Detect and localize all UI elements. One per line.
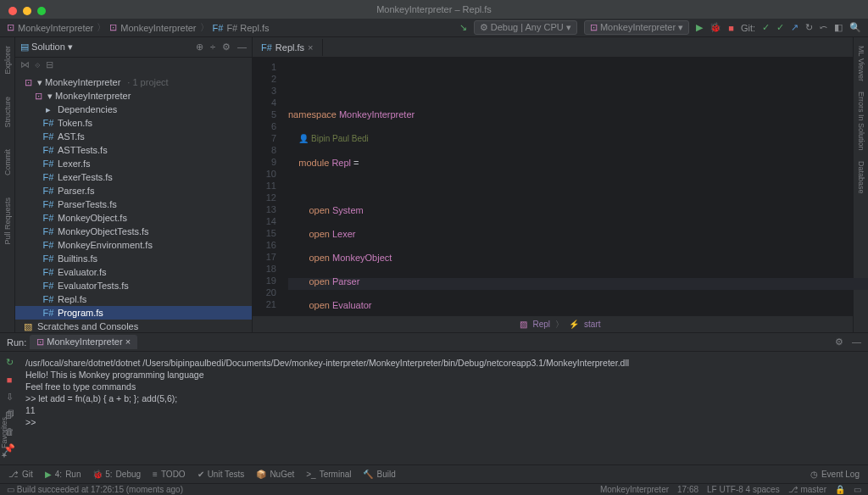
bt-terminal[interactable]: >_ Terminal	[306, 470, 351, 479]
sidebar-title: Solution	[31, 42, 65, 52]
run-target[interactable]: ⊡ MonkeyInterpreter ▾	[584, 20, 689, 35]
gear-icon[interactable]: ⚙	[222, 42, 231, 53]
bt-todo[interactable]: ≡ TODO	[153, 470, 186, 479]
tree-item[interactable]: F#AST.fs	[15, 130, 252, 143]
tree-filter-icon[interactable]: ⟐	[35, 59, 41, 70]
rail-explorer[interactable]: Explorer	[3, 41, 12, 80]
tree-item[interactable]: F#Parser.fs	[15, 184, 252, 197]
rail-commit[interactable]: Commit	[3, 144, 12, 181]
tree-item[interactable]: F#ParserTests.fs	[15, 197, 252, 211]
tree-toggle-icon[interactable]: ⋈	[20, 59, 30, 70]
tree-item[interactable]: F#LexerTests.fs	[15, 170, 252, 184]
search-icon[interactable]: 🔍	[849, 22, 861, 33]
rerun-icon[interactable]: ↻	[6, 357, 14, 368]
git-label: Git:	[741, 23, 755, 33]
git-push-icon[interactable]: ↗	[791, 22, 798, 33]
close-icon[interactable]: ×	[308, 42, 313, 53]
target-icon[interactable]: ⊕	[196, 42, 203, 53]
status-bar: ▭ Build succeeded at 17:26:15 (moments a…	[0, 483, 868, 495]
status-branch[interactable]: ⎇ master	[788, 485, 826, 494]
bt-nuget[interactable]: 📦 NuGet	[256, 470, 294, 479]
breadcrumb[interactable]: ⊡ MonkeyInterpreter〉 ⊡ MonkeyInterpreter…	[7, 21, 270, 34]
window-title: MonkeyInterpreter – Repl.fs	[376, 4, 492, 14]
rail-pull-requests[interactable]: Pull Requests	[3, 192, 12, 250]
solution-explorer: ▤ Solution ▾ ⊕ ÷ ⚙ — ⋈ ⟐ ⊟ ⊡▾ MonkeyInte…	[15, 37, 253, 332]
run-icon[interactable]: ▶	[696, 22, 703, 33]
git-history-icon[interactable]: ↻	[805, 22, 813, 33]
tree-item[interactable]: F#Lexer.fs	[15, 157, 252, 170]
tree-item[interactable]: F#Evaluator.fs	[15, 265, 252, 279]
bottom-tool-bar: ⎇ Git ▶ 4: Run 🐞 5: Debug ≡ TODO ✔ Unit …	[0, 464, 868, 483]
down-icon[interactable]: ⇩	[6, 392, 14, 403]
tree-item[interactable]: ▧Scratches and Consoles	[15, 320, 252, 332]
run-config[interactable]: ⚙ Debug | Any CPU ▾	[474, 20, 577, 35]
line-gutter: 123456789101112131415161718192021	[253, 58, 281, 315]
title-bar: MonkeyInterpreter – Repl.fs	[0, 0, 868, 19]
status-project[interactable]: MonkeyInterpreter	[600, 485, 669, 494]
editor-nav-crumb[interactable]: ▨Repl 〉 ⚡start	[253, 315, 868, 332]
tree-item[interactable]: F#Repl.fs	[15, 292, 252, 306]
status-cpu-icon[interactable]: ▭	[854, 485, 861, 494]
tree-item[interactable]: F#MonkeyEnvironment.fs	[15, 238, 252, 252]
console-output[interactable]: /usr/local/share/dotnet/dotnet /Users/bi…	[19, 352, 868, 452]
tree-item[interactable]: ⊡▾ MonkeyInterpreter· 1 project	[15, 75, 252, 89]
rail-ml-viewer[interactable]: ML Viewer	[857, 41, 865, 86]
tree-item[interactable]: F#ASTTests.fs	[15, 143, 252, 157]
hide-icon[interactable]: —	[852, 336, 861, 348]
bt-unit-tests[interactable]: ✔ Unit Tests	[198, 470, 245, 479]
gear-icon[interactable]: ⚙	[835, 336, 843, 348]
bt-build[interactable]: 🔨 Build	[363, 470, 395, 479]
collapse-icon[interactable]: ÷	[210, 42, 215, 53]
git-commit-icon[interactable]: ✓	[776, 22, 784, 33]
tree-sort-icon[interactable]: ⊟	[46, 59, 53, 70]
status-time: 17:68	[677, 485, 698, 494]
hide-icon[interactable]: —	[237, 42, 247, 53]
editor: F# Repl.fs × 123456789101112131415161718…	[253, 37, 868, 332]
debug-icon[interactable]: 🐞	[709, 22, 721, 33]
editor-tab[interactable]: F# Repl.fs ×	[253, 39, 323, 56]
configure-icon[interactable]: ◧	[834, 22, 843, 33]
tree-item[interactable]: F#MonkeyObject.fs	[15, 211, 252, 225]
build-status: ▭ Build succeeded at 17:26:15 (moments a…	[7, 485, 183, 494]
bt-run[interactable]: ▶ 4: Run	[45, 470, 81, 479]
run-panel: Run: ⊡ MonkeyInterpreter × ⚙ — ↻ ■ ⇩ 🗐 🗑…	[0, 332, 868, 454]
status-encoding[interactable]: LF UTF-8 4 spaces	[707, 485, 780, 494]
git-pull-icon[interactable]: ✓	[762, 22, 770, 33]
nav-bar: ⊡ MonkeyInterpreter〉 ⊡ MonkeyInterpreter…	[0, 19, 868, 37]
rail-structure[interactable]: Structure	[3, 92, 12, 133]
git-revert-icon[interactable]: ⤺	[820, 22, 827, 33]
window-controls[interactable]	[8, 7, 46, 15]
event-log[interactable]: ◷ Event Log	[810, 470, 860, 479]
status-lock-icon[interactable]: 🔒	[835, 485, 845, 494]
tree-item[interactable]: ▸ Dependencies	[15, 103, 252, 116]
tree-item[interactable]: F#EvaluatorTests.fs	[15, 279, 252, 292]
tree-item[interactable]: F#Program.fs	[15, 306, 252, 320]
file-tree[interactable]: ⊡▾ MonkeyInterpreter· 1 project⊡▾ Monkey…	[15, 72, 252, 332]
stop-icon[interactable]: ■	[728, 23, 734, 33]
tree-item[interactable]: F#Token.fs	[15, 116, 252, 130]
run-tab[interactable]: ⊡ MonkeyInterpreter ×	[30, 335, 137, 349]
rail-errors[interactable]: Errors In Solution	[857, 86, 865, 156]
bt-debug[interactable]: 🐞 5: Debug	[92, 470, 141, 479]
tree-item[interactable]: ⊡▾ MonkeyInterpreter	[15, 89, 252, 103]
bt-git[interactable]: ⎇ Git	[8, 470, 33, 479]
stop-icon[interactable]: ■	[7, 375, 13, 385]
code-area[interactable]: namespace MonkeyInterpreter 👤 Bipin Paul…	[281, 58, 868, 315]
rail-favorites[interactable]: ★ Favorites	[0, 412, 8, 464]
hammer-icon[interactable]: ↘	[459, 22, 467, 33]
tree-item[interactable]: F#Builtins.fs	[15, 252, 252, 265]
tree-item[interactable]: F#MonkeyObjectTests.fs	[15, 225, 252, 238]
left-tool-rail: Explorer Structure Commit Pull Requests	[0, 37, 15, 332]
run-title: Run:	[7, 337, 26, 348]
